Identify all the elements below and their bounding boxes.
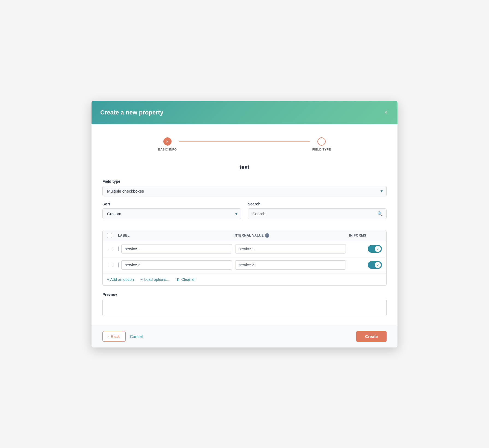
field-type-section: Field type Multiple checkboxes ▾ [102, 179, 387, 196]
search-label: Search [248, 202, 387, 206]
in-forms-header: IN FORMS [349, 233, 382, 238]
row2-checkbox[interactable] [118, 263, 119, 267]
row2-toggle[interactable]: ✓ [368, 261, 382, 269]
row2-left: ⋮⋮ [107, 263, 118, 267]
field-type-label: Field type [102, 179, 387, 184]
field-type-select-wrapper: Multiple checkboxes ▾ [102, 186, 387, 196]
preview-section: Preview [102, 292, 387, 316]
drag-handle-icon[interactable]: ⋮⋮ [107, 247, 115, 251]
close-button[interactable]: × [383, 108, 389, 117]
label-header: LABEL [118, 233, 234, 238]
header-checkbox-cell [107, 233, 118, 238]
step2-label: FIELD TYPE [312, 148, 331, 151]
row1-toggle[interactable]: ✓ [368, 245, 382, 253]
row1-internal-input[interactable] [235, 244, 346, 254]
list-icon: ≡ [140, 277, 143, 282]
row2-toggle-wrapper: ✓ [349, 261, 382, 269]
table-row: ⋮⋮ ✓ [103, 241, 386, 257]
modal-header: Create a new property × [92, 101, 397, 124]
sort-select-wrapper: Custom ▾ [102, 208, 241, 219]
step2-circle [317, 137, 326, 146]
table-actions: + Add an option ≡ Load options... 🗑 Clea… [103, 273, 386, 285]
step-field-type: FIELD TYPE [312, 137, 331, 151]
sort-select[interactable]: Custom [102, 208, 241, 219]
field-type-select[interactable]: Multiple checkboxes [102, 186, 387, 196]
row1-internal-cell [235, 244, 346, 254]
row1-label-cell [121, 244, 232, 254]
table-row: ⋮⋮ ✓ [103, 257, 386, 273]
search-icon: 🔍 [377, 211, 383, 216]
create-button[interactable]: Create [356, 331, 387, 342]
search-wrapper: 🔍 [248, 208, 387, 219]
drag-handle-icon[interactable]: ⋮⋮ [107, 263, 115, 267]
footer-left: ‹ Back Cancel [102, 331, 143, 342]
options-table: LABEL INTERNAL VALUE i IN FORMS ⋮⋮ [102, 230, 387, 286]
sort-section: Sort Custom ▾ [102, 202, 241, 219]
row2-internal-cell [235, 260, 346, 270]
sort-label: Sort [102, 202, 241, 206]
add-option-button[interactable]: + Add an option [107, 277, 134, 282]
step1-circle: ✓ [163, 137, 172, 146]
modal-title: Create a new property [100, 109, 163, 116]
load-options-button[interactable]: ≡ Load options... [140, 277, 169, 282]
row1-toggle-knob: ✓ [375, 246, 381, 252]
step-basic-info: ✓ BASIC INFO [158, 137, 177, 151]
modal-body: ✓ BASIC INFO FIELD TYPE test Field type … [92, 124, 397, 325]
search-section: Search 🔍 [248, 202, 387, 219]
row2-internal-input[interactable] [235, 260, 346, 270]
row2-label-cell [121, 260, 232, 270]
internal-value-header: INTERNAL VALUE i [234, 233, 349, 238]
property-name: test [102, 164, 387, 170]
modal-footer: ‹ Back Cancel Create [92, 325, 397, 347]
row1-left: ⋮⋮ [107, 246, 118, 251]
cancel-button[interactable]: Cancel [130, 334, 143, 339]
step-line [179, 141, 310, 142]
step1-label: BASIC INFO [158, 148, 177, 151]
info-icon: i [265, 233, 269, 238]
row2-toggle-knob: ✓ [375, 262, 381, 268]
select-all-checkbox[interactable] [107, 233, 112, 238]
preview-box [102, 299, 387, 316]
back-button[interactable]: ‹ Back [102, 331, 126, 342]
sort-search-row: Sort Custom ▾ Search 🔍 [102, 202, 387, 225]
row1-label-input[interactable] [121, 244, 232, 254]
row1-checkbox[interactable] [118, 246, 119, 251]
preview-label: Preview [102, 292, 387, 297]
row1-toggle-wrapper: ✓ [349, 245, 382, 253]
stepper: ✓ BASIC INFO FIELD TYPE [102, 133, 387, 155]
table-header: LABEL INTERNAL VALUE i IN FORMS [103, 230, 386, 241]
clear-all-button[interactable]: 🗑 Clear all [176, 277, 195, 282]
row2-label-input[interactable] [121, 260, 232, 270]
create-property-modal: Create a new property × ✓ BASIC INFO FIE… [92, 101, 397, 347]
trash-icon: 🗑 [176, 277, 180, 282]
search-input[interactable] [248, 208, 387, 219]
